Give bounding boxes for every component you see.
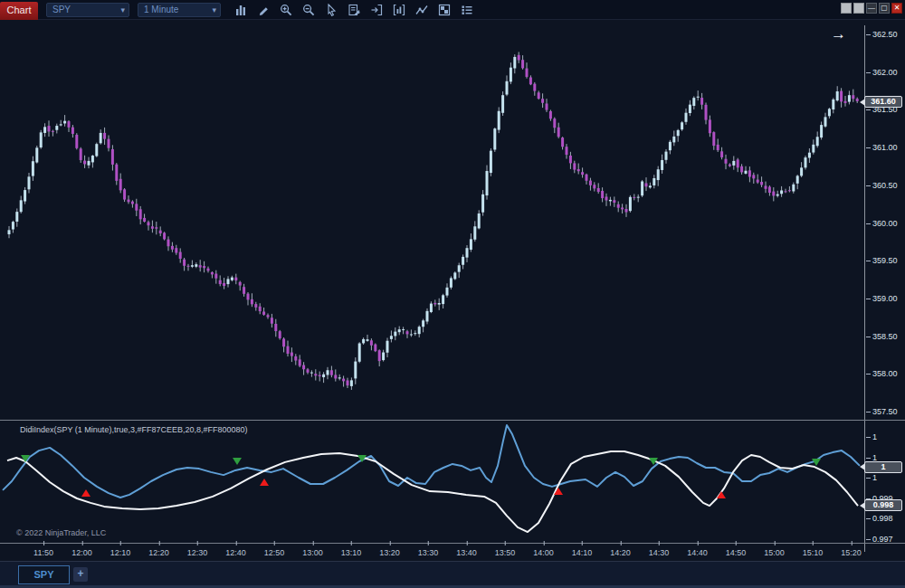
tab-spy[interactable]: SPY [18, 565, 70, 584]
time-tick-label: 14:10 [572, 548, 593, 557]
properties-icon[interactable] [437, 3, 452, 17]
time-tick-label: 12:40 [225, 548, 246, 557]
order-panel-icon[interactable] [369, 3, 384, 17]
toolbar: Chart SPY ▾ 1 Minute ▾ [0, 0, 905, 20]
time-tick-label: 15:00 [764, 548, 785, 557]
chevron-down-icon: ▾ [120, 4, 125, 16]
maximize-button[interactable]: ▢ [879, 3, 890, 14]
time-tick-label: 13:20 [379, 548, 400, 557]
price-tick-label: 362.50 [872, 31, 898, 39]
price-tick-label: 359.00 [872, 295, 898, 303]
scroll-to-latest-arrow[interactable]: → [831, 26, 846, 42]
add-tab-button[interactable]: + [73, 567, 88, 582]
price-tick-label: 360.00 [872, 220, 898, 228]
indicator-value-badge-blue: 1 [864, 461, 902, 473]
price-tick-label: 359.50 [872, 257, 898, 265]
copyright-text: © 2022 NinjaTrader, LLC [16, 528, 106, 537]
time-tick-label: 15:10 [803, 548, 824, 557]
chevron-down-icon: ▾ [212, 4, 216, 16]
time-tick-label: 12:20 [148, 548, 169, 557]
time-tick-label: 14:50 [726, 548, 747, 557]
chart-area[interactable]: → 362.50362.00361.50361.00360.50360.0035… [0, 20, 905, 561]
time-tick-label: 12:30 [187, 548, 208, 557]
price-style-icon[interactable] [233, 3, 248, 17]
bottom-tab-bar: SPY + [0, 561, 905, 588]
interval-dropdown[interactable]: 1 Minute ▾ [138, 3, 221, 17]
panel-separator[interactable] [0, 420, 905, 421]
cursor-icon[interactable] [324, 3, 338, 17]
time-tick-label: 12:50 [264, 548, 285, 557]
time-tick-label: 13:50 [495, 548, 516, 557]
time-tick-label: 13:00 [302, 548, 323, 557]
time-tick-label: 11:50 [33, 548, 53, 557]
drawing-tools-icon[interactable] [256, 3, 271, 17]
market-list-icon[interactable] [460, 3, 474, 17]
window-buttons: — ▢ ✕ [841, 3, 902, 14]
indicator-tick-label: 0.997 [872, 536, 893, 544]
indicator-tick-label: 1 [872, 474, 877, 482]
zoom-in-icon[interactable] [279, 3, 293, 17]
zigzag-line-icon[interactable] [414, 3, 429, 17]
price-tick-label: 358.00 [872, 370, 898, 378]
data-series-icon[interactable] [347, 3, 361, 17]
time-tick-label: 13:10 [341, 548, 362, 557]
indicator-label: DidiIndex(SPY (1 Minute),true,3,#FF87CEE… [20, 425, 247, 434]
time-axis-separator [0, 543, 905, 544]
time-tick-label: 13:30 [418, 548, 439, 557]
close-button[interactable]: ✕ [891, 3, 902, 14]
time-tick-label: 12:10 [110, 548, 131, 557]
time-tick-label: 14:30 [649, 548, 670, 557]
price-tick-label: 362.00 [872, 69, 898, 77]
ninjatrader-chart-window: Chart SPY ▾ 1 Minute ▾ [0, 0, 905, 588]
instrument-dropdown[interactable]: SPY ▾ [46, 3, 129, 17]
zoom-out-icon[interactable] [301, 3, 316, 17]
chart-window-tab[interactable]: Chart [0, 2, 38, 20]
time-tick-label: 14:40 [687, 548, 708, 557]
price-tick-label: 361.00 [872, 144, 898, 152]
indicator-tick-label: 1 [872, 433, 877, 441]
time-tick-label: 14:00 [533, 548, 554, 557]
interval-value: 1 Minute [144, 5, 178, 14]
indicator-tick-label: 0.998 [872, 515, 893, 523]
price-tick-label: 358.50 [872, 333, 898, 341]
toolbar-icons [233, 3, 474, 17]
window-extra-button-1[interactable] [841, 3, 852, 14]
instrument-value: SPY [52, 5, 71, 14]
candlestick-chart-canvas[interactable] [0, 20, 905, 588]
price-tick-label: 360.50 [872, 182, 898, 190]
time-tick-label: 15:20 [841, 548, 862, 557]
time-tick-label: 13:40 [456, 548, 477, 557]
time-tick-label: 12:00 [71, 548, 92, 557]
last-price-badge: 361.60 [864, 96, 902, 108]
price-tick-label: 357.50 [872, 408, 898, 416]
chart-trader-icon[interactable] [392, 3, 406, 17]
window-extra-button-2[interactable] [853, 3, 864, 14]
minimize-button[interactable]: — [866, 3, 877, 14]
time-tick-label: 14:20 [610, 548, 631, 557]
indicator-value-badge-white: 0.998 [864, 499, 902, 511]
